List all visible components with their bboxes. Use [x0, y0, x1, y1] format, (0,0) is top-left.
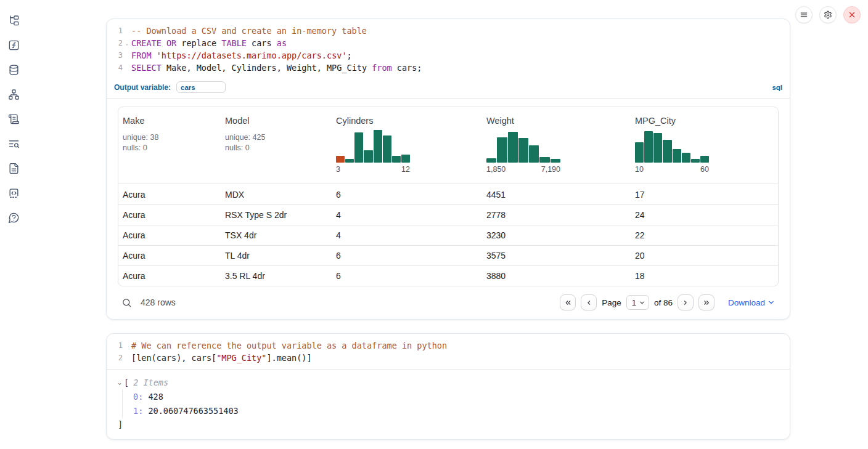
line-number: 2 [107, 39, 123, 47]
column-name: Model [225, 116, 328, 126]
sidebar-item-text-search[interactable] [7, 137, 20, 150]
language-badge[interactable]: sql [772, 84, 782, 91]
table-row[interactable]: AcuraRSX Type S 2dr4277824 [118, 204, 778, 225]
file-text-icon [8, 163, 20, 174]
sidebar-item-code-snippet[interactable] [7, 186, 20, 200]
sidebar-item-file-tree[interactable] [7, 14, 20, 27]
page-of-label: of 86 [654, 298, 673, 307]
table-row[interactable]: AcuraTL 4dr6357520 [118, 245, 778, 265]
code-line: 3FROM 'https://datasets.marimo.app/cars.… [107, 49, 790, 62]
table-search-button[interactable] [121, 297, 132, 308]
table-cell: Acura [118, 184, 221, 204]
settings-button[interactable] [819, 6, 837, 23]
menu-button[interactable] [795, 6, 813, 23]
network-icon [8, 89, 20, 100]
sidebar-item-file-text[interactable] [7, 161, 20, 175]
column-header-cylinders[interactable]: Cylinders312 [332, 107, 482, 184]
sql-cell: 1-- Download a CSV and create an in-memo… [106, 18, 790, 320]
sidebar-item-help-circle[interactable] [7, 211, 20, 224]
column-header-mpg_city[interactable]: MPG_City1060 [631, 107, 778, 184]
histogram-bar [700, 156, 709, 163]
python-output: ⌄ [ 2 Items 0: 4281: 20.060747663551403 … [107, 370, 790, 439]
table-row[interactable]: AcuraTSX 4dr4323022 [118, 225, 778, 245]
histogram-bar [691, 159, 700, 163]
collapse-caret-icon[interactable]: ⌄ [118, 379, 121, 386]
table-cell: 4451 [482, 184, 631, 204]
column-histogram[interactable]: 1,8507,190 [486, 130, 560, 174]
histogram-bar [336, 156, 345, 163]
close-bracket: ] [118, 419, 780, 429]
python-code-editor[interactable]: 1# We can reference the output variable … [107, 334, 790, 369]
table-cell: 6 [332, 246, 482, 265]
table-cell: 20 [631, 246, 778, 265]
text-search-icon [8, 138, 20, 150]
table-cell: 3230 [482, 225, 631, 245]
table-row[interactable]: Acura3.5 RL 4dr6388018 [118, 265, 778, 286]
table-row[interactable]: AcuraMDX6445117 [118, 184, 778, 204]
last-page-button[interactable] [698, 294, 714, 310]
table-cell: 4 [332, 225, 482, 245]
column-stats: unique: 38nulls: 0 [123, 132, 217, 153]
code-text: -- Download a CSV and create an in-memor… [131, 26, 367, 36]
close-button[interactable] [843, 6, 861, 23]
code-text: SELECT Make, Model, Cylinders, Weight, M… [131, 63, 422, 73]
function-square-icon [8, 39, 20, 51]
table-cell: Acura [118, 225, 221, 245]
code-text: [len(cars), cars["MPG_City"].mean()] [131, 353, 312, 363]
histogram-axis-labels: 1060 [635, 165, 709, 174]
sidebar-item-scroll-text[interactable] [7, 112, 20, 126]
output-variable-input[interactable] [176, 81, 226, 93]
column-name: Make [123, 116, 217, 126]
table-cell: 4 [332, 205, 482, 225]
histogram-bar [364, 150, 372, 163]
close-icon [848, 10, 856, 19]
histogram-bar [392, 156, 401, 163]
first-page-button[interactable] [560, 294, 576, 310]
notebook-cells: 1-- Download a CSV and create an in-memo… [106, 18, 790, 440]
tree-children: 0: 4281: 20.060747663551403 [122, 390, 780, 418]
table-cell: 2778 [482, 205, 631, 225]
sql-code-editor[interactable]: 1-- Download a CSV and create an in-memo… [107, 19, 790, 79]
table-cell: TSX 4dr [221, 225, 332, 245]
line-number: 3 [107, 51, 123, 60]
search-icon [121, 297, 132, 308]
output-variable-row: Output variable: sql [107, 79, 790, 98]
next-page-button[interactable] [678, 294, 694, 310]
table-cell: 22 [631, 225, 778, 245]
line-number: 1 [107, 26, 123, 35]
download-button[interactable]: Download [728, 298, 775, 307]
table-body: AcuraMDX6445117AcuraRSX Type S 2dr427782… [118, 184, 778, 286]
marimo-notebook: 1-- Download a CSV and create an in-memo… [0, 0, 868, 449]
histogram-bar [551, 159, 560, 163]
column-header-weight[interactable]: Weight1,8507,190 [482, 107, 631, 184]
histogram-bar [518, 138, 528, 163]
sidebar-item-network[interactable] [7, 87, 20, 101]
column-stats: unique: 425nulls: 0 [225, 132, 328, 153]
table-cell: Acura [118, 266, 221, 286]
page-select-value: 1 [632, 298, 636, 307]
column-histogram[interactable]: 1060 [635, 130, 709, 174]
column-header-model[interactable]: Modelunique: 425nulls: 0 [221, 107, 332, 184]
histogram-bar [673, 149, 681, 163]
table-cell: 17 [631, 184, 778, 204]
column-name: Weight [486, 116, 627, 126]
page-label: Page [602, 298, 621, 307]
column-header-make[interactable]: Makeunique: 38nulls: 0 [118, 107, 221, 184]
sidebar-item-function-square[interactable] [7, 38, 20, 52]
row-count-label: 428 rows [141, 297, 176, 307]
prev-page-button[interactable] [581, 294, 597, 310]
line-number: 2 [107, 354, 123, 362]
file-tree-icon [8, 15, 20, 26]
sidebar-item-database[interactable] [7, 63, 20, 76]
items-count-label: 2 Items [133, 378, 168, 387]
python-cell: 1# We can reference the output variable … [106, 333, 790, 440]
table-cell: 3575 [482, 246, 631, 265]
histogram-axis-labels: 312 [336, 165, 410, 174]
page-select[interactable]: 1 [626, 295, 649, 310]
line-number: 1 [107, 341, 123, 350]
column-histogram[interactable]: 312 [336, 130, 410, 174]
database-icon [8, 64, 20, 76]
table-cell: TL 4dr [221, 246, 332, 265]
line-number: 4 [107, 63, 123, 72]
fold-caret-icon[interactable]: ⌄ [123, 41, 131, 46]
